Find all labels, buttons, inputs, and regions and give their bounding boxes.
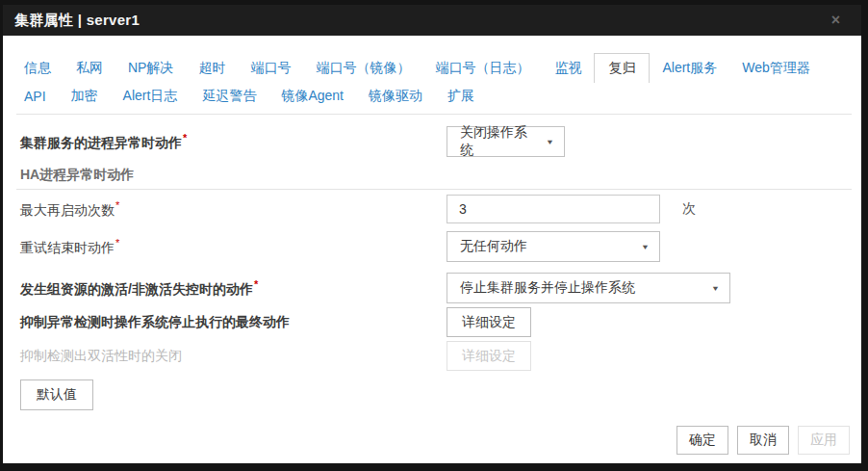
- suppress-final-action-detail-button[interactable]: 详细设定: [447, 307, 531, 337]
- tab-extension[interactable]: 扩展: [435, 83, 487, 110]
- required-mark: *: [115, 237, 119, 249]
- caret-down-icon: ▼: [546, 138, 554, 146]
- tab-mirror-agent[interactable]: 镜像Agent: [268, 83, 356, 110]
- cluster-properties-dialog: 集群属性 | server1 × 信息 私网 NP解决 超时 端口号 端口号（镜…: [3, 5, 861, 463]
- required-mark: *: [183, 132, 187, 144]
- retry-end-action-row: 重试结束时动作* 无任何动作 ▼: [20, 231, 848, 262]
- tab-alert-log[interactable]: Alert日志: [111, 83, 191, 110]
- group-resource-failure-label: 发生组资源的激活/非激活失控时的动作*: [20, 278, 447, 299]
- group-resource-failure-text: 发生组资源的激活/非激活失控时的动作: [20, 280, 253, 296]
- ok-button[interactable]: 确定: [677, 426, 728, 455]
- dialog-title: 集群属性 | server1: [14, 12, 140, 30]
- tab-port-mirror[interactable]: 端口号（镜像）: [303, 53, 422, 83]
- group-resource-failure-row: 发生组资源的激活/非激活失控时的动作* 停止集群服务并停止操作系统 ▼: [20, 273, 848, 303]
- tab-monitor[interactable]: 监视: [542, 53, 594, 83]
- dialog-body: 信息 私网 NP解决 超时 端口号 端口号（镜像） 端口号（日志） 监视 复归 …: [3, 36, 861, 463]
- caret-down-icon: ▼: [711, 284, 720, 293]
- max-restart-suffix: 次: [682, 200, 696, 218]
- tab-row-1: 信息 私网 NP解决 超时 端口号 端口号（镜像） 端口号（日志） 监视 复归 …: [20, 53, 848, 83]
- ha-section-divider: [16, 189, 852, 190]
- tab-recovery[interactable]: 复归: [594, 53, 650, 83]
- close-icon[interactable]: ×: [822, 11, 850, 30]
- default-row: 默认值: [20, 379, 848, 410]
- group-resource-failure-select[interactable]: 停止集群服务并停止操作系统 ▼: [447, 273, 730, 303]
- process-failure-action-label: 集群服务的进程异常时动作*: [20, 132, 447, 152]
- dual-active-shutdown-row: 抑制检测出双活性时的关闭 详细设定: [20, 341, 848, 371]
- max-restart-count-input[interactable]: [447, 195, 660, 223]
- process-failure-action-value: 关闭操作系统: [460, 124, 532, 159]
- retry-end-action-select[interactable]: 无任何动作 ▼: [447, 231, 660, 262]
- dialog-titlebar: 集群属性 | server1 ×: [3, 5, 861, 36]
- tab-interconnect[interactable]: 私网: [64, 53, 115, 83]
- tab-mirror-driver[interactable]: 镜像驱动: [356, 83, 435, 110]
- required-mark: *: [115, 199, 119, 211]
- tab-webmanager[interactable]: Web管理器: [729, 53, 823, 83]
- suppress-final-action-row: 抑制异常检测时操作系统停止执行的最终动作 详细设定: [20, 307, 848, 337]
- tab-info[interactable]: 信息: [20, 53, 64, 83]
- apply-button: 应用: [798, 426, 850, 455]
- default-button[interactable]: 默认值: [20, 379, 93, 410]
- tabs-divider: [16, 114, 852, 115]
- process-failure-action-select[interactable]: 关闭操作系统 ▼: [447, 126, 565, 157]
- tab-port[interactable]: 端口号: [238, 53, 303, 83]
- max-restart-row: 最大再启动次数* 次: [20, 195, 848, 223]
- max-restart-text: 最大再启动次数: [20, 201, 115, 217]
- max-restart-label: 最大再启动次数*: [20, 199, 447, 220]
- required-mark: *: [254, 278, 258, 290]
- ha-section-title: HA进程异常时动作: [20, 166, 848, 185]
- tab-encryption[interactable]: 加密: [59, 83, 111, 110]
- group-resource-failure-value: 停止集群服务并停止操作系统: [460, 279, 635, 297]
- process-failure-action-text: 集群服务的进程异常时动作: [20, 134, 182, 149]
- tab-api[interactable]: API: [20, 83, 59, 110]
- tab-delay-warning[interactable]: 延迟警告: [190, 83, 268, 110]
- retry-end-action-value: 无任何动作: [460, 238, 527, 255]
- tab-port-log[interactable]: 端口号（日志）: [422, 53, 542, 83]
- process-failure-action-row: 集群服务的进程异常时动作* 关闭操作系统 ▼: [20, 126, 848, 157]
- dual-active-shutdown-label: 抑制检测出双活性时的关闭: [20, 348, 447, 365]
- cancel-button[interactable]: 取消: [737, 426, 789, 455]
- dialog-footer: 确定 取消 应用: [677, 426, 850, 455]
- tab-np-resolution[interactable]: NP解决: [115, 53, 186, 83]
- modal-overlay: 集群属性 | server1 × 信息 私网 NP解决 超时 端口号 端口号（镜…: [0, 0, 868, 471]
- retry-end-action-text: 重试结束时动作: [20, 239, 115, 254]
- retry-end-action-label: 重试结束时动作*: [20, 237, 447, 257]
- tab-timeout[interactable]: 超时: [186, 53, 238, 83]
- tab-alert-service[interactable]: Alert服务: [650, 53, 729, 83]
- caret-down-icon: ▼: [641, 243, 650, 251]
- suppress-final-action-label: 抑制异常检测时操作系统停止执行的最终动作: [20, 314, 447, 331]
- dual-active-shutdown-detail-button: 详细设定: [447, 341, 531, 371]
- tab-row-2: API 加密 Alert日志 延迟警告 镜像Agent 镜像驱动 扩展: [20, 83, 848, 110]
